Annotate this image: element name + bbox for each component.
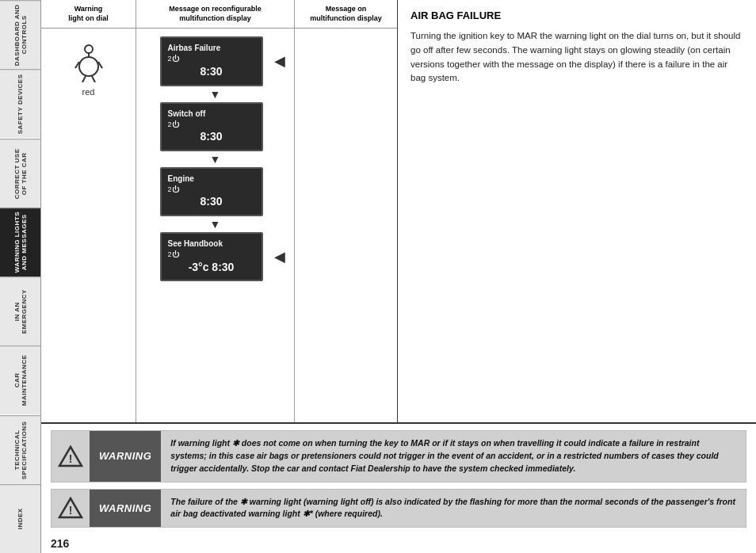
col-warning: Warning light on dial [41, 0, 136, 422]
warning-icon-area: red [41, 29, 136, 113]
arrow-right-4: ◀ [274, 248, 285, 265]
warning-text-1: If warning light ✱ does not come on when… [161, 431, 746, 481]
col-message: Message on multifunction display [295, 0, 398, 422]
col-description: AIR BAG FAILURE Turning the ignition key… [398, 0, 756, 422]
svg-line-4 [82, 76, 86, 82]
svg-text:!: ! [69, 452, 73, 465]
screen-switch-off: Switch off 2⏻ 8:30 [160, 102, 263, 151]
warning-text-2: The failure of the ✱ warning light (warn… [161, 490, 746, 528]
sidebar: DASHBOARD AND CONTROLS SAFETY DEVICES CO… [0, 0, 41, 553]
description-text: Turning the ignition key to MAR the warn… [410, 29, 743, 86]
warning-label-1: WARNING [90, 431, 161, 481]
warning-triangle-2: ! [52, 490, 90, 528]
page-number: 216 [41, 534, 756, 553]
svg-text:!: ! [69, 504, 73, 517]
sidebar-item-index[interactable]: INDEX [0, 484, 40, 553]
warning-box-2: ! WARNING The failure of the ✱ warning l… [51, 489, 746, 528]
airbag-warning-icon [73, 44, 105, 82]
col-multifunction: Message on reconfigurable multifunction … [136, 0, 295, 422]
down-arrow-1: ▼ [210, 88, 221, 101]
description-title: AIR BAG FAILURE [410, 10, 743, 21]
sidebar-item-safety[interactable]: SAFETY DEVICES [0, 69, 40, 138]
sidebar-item-emergency[interactable]: IN AN EMERGENCY [0, 276, 40, 345]
main-content: Warning light on dial [41, 0, 756, 553]
sidebar-item-maintenance[interactable]: CAR MAINTENANCE [0, 345, 40, 414]
warning-box-1: ! WARNING If warning light ✱ does not co… [51, 430, 746, 482]
arrow-right-1: ◀ [274, 52, 285, 70]
screen-engine: Engine 2⏻ 8:30 [160, 167, 263, 216]
sidebar-item-dashboard[interactable]: DASHBOARD AND CONTROLS [0, 0, 40, 69]
top-section: Warning light on dial [41, 0, 756, 424]
triangle-icon-1: ! [58, 445, 83, 467]
warning-triangle-1: ! [52, 431, 90, 481]
col-multifunction-header: Message on reconfigurable multifunction … [136, 0, 294, 29]
screen-see-handbook: See Handbook 2⏻ -3°c 8:30 [160, 232, 263, 281]
sidebar-item-technical[interactable]: TECHNICAL SPECIFICATIONS [0, 415, 40, 484]
warning-boxes: ! WARNING If warning light ✱ does not co… [41, 424, 756, 534]
sidebar-item-warning-lights[interactable]: WARNING LIGHTS AND MESSAGES [0, 208, 40, 276]
col-message-header: Message on multifunction display [295, 0, 397, 29]
warning-label-2: WARNING [90, 490, 161, 528]
screens-area: Airbas Failure 2⏻ 8:30 ◀ ▼ Switch off 2⏻… [136, 29, 294, 289]
sidebar-item-correct-use[interactable]: CORRECT USE OF THE CAR [0, 139, 40, 208]
down-arrow-2: ▼ [210, 153, 221, 166]
triangle-icon-2: ! [58, 497, 83, 519]
screen-airbag-failure: Airbas Failure 2⏻ 8:30 [160, 36, 263, 86]
svg-point-0 [85, 45, 93, 53]
down-arrow-3: ▼ [210, 218, 221, 231]
col-warning-header: Warning light on dial [41, 0, 136, 29]
svg-point-1 [79, 57, 98, 76]
color-label: red [82, 87, 95, 97]
svg-line-5 [92, 76, 95, 82]
